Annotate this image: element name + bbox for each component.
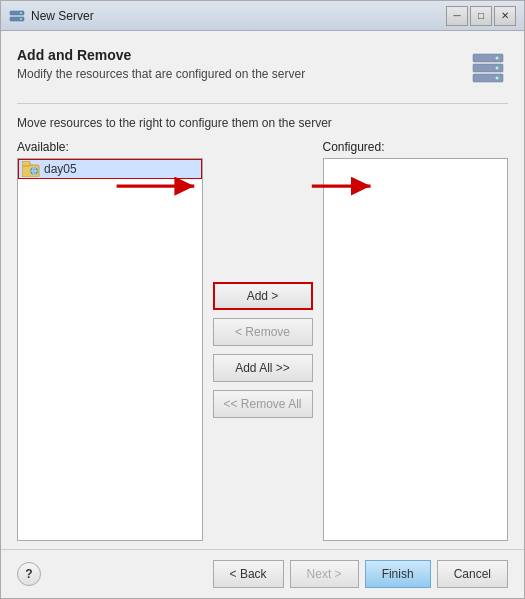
next-button[interactable]: Next > [290, 560, 359, 588]
middle-buttons-panel: Add > < Remove Add All >> << Remove All [203, 158, 323, 541]
list-item[interactable]: day05 [18, 159, 202, 179]
add-button[interactable]: Add > [213, 282, 313, 310]
svg-point-8 [496, 67, 499, 70]
dialog-window: New Server ─ □ ✕ Add and Remove Modify t… [0, 0, 525, 599]
section-divider [17, 103, 508, 104]
configured-label: Configured: [323, 140, 509, 154]
item-label: day05 [44, 162, 77, 176]
footer: ? < Back Next > Finish Cancel [1, 549, 524, 598]
window-title: New Server [31, 9, 94, 23]
title-bar-left: New Server [9, 8, 94, 24]
instruction-text: Move resources to the right to configure… [17, 116, 508, 130]
minimize-button[interactable]: ─ [446, 6, 468, 26]
svg-point-7 [496, 57, 499, 60]
header-text: Add and Remove Modify the resources that… [17, 47, 305, 81]
header-section: Add and Remove Modify the resources that… [17, 47, 508, 87]
columns-area: day05 Add > < Remove Add All >> << Remov… [17, 158, 508, 541]
back-button[interactable]: < Back [213, 560, 284, 588]
page-title: Add and Remove [17, 47, 305, 63]
available-list[interactable]: day05 [17, 158, 203, 541]
finish-button[interactable]: Finish [365, 560, 431, 588]
maximize-button[interactable]: □ [470, 6, 492, 26]
footer-right: < Back Next > Finish Cancel [213, 560, 508, 588]
project-icon [22, 161, 40, 177]
cancel-button[interactable]: Cancel [437, 560, 508, 588]
main-content: Add and Remove Modify the resources that… [1, 31, 524, 541]
column-labels: Available: Configured: [17, 140, 508, 154]
svg-point-9 [496, 77, 499, 80]
svg-point-3 [20, 18, 22, 20]
server-stack-icon [469, 48, 507, 86]
remove-all-button[interactable]: << Remove All [213, 390, 313, 418]
help-button[interactable]: ? [17, 562, 41, 586]
title-bar: New Server ─ □ ✕ [1, 1, 524, 31]
header-icon [468, 47, 508, 87]
footer-left: ? [17, 562, 41, 586]
page-subtitle: Modify the resources that are configured… [17, 67, 305, 81]
close-button[interactable]: ✕ [494, 6, 516, 26]
title-bar-controls: ─ □ ✕ [446, 6, 516, 26]
remove-button[interactable]: < Remove [213, 318, 313, 346]
configured-list[interactable] [323, 158, 509, 541]
svg-rect-11 [22, 161, 30, 166]
window-icon [9, 8, 25, 24]
add-all-button[interactable]: Add All >> [213, 354, 313, 382]
svg-point-2 [20, 12, 22, 14]
available-label: Available: [17, 140, 203, 154]
